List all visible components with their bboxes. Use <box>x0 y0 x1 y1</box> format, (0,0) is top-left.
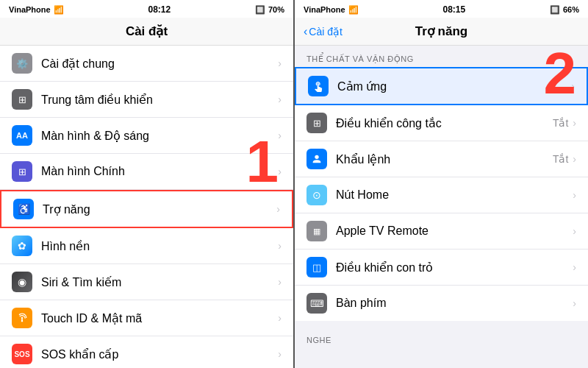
right-section-header-1: THỂ CHẤT VÀ VẬN ĐỘNG <box>295 46 588 67</box>
left-wifi-icon: 📶 <box>54 5 64 15</box>
left-label-trung-tam: Trung tâm điều khiển <box>41 93 278 107</box>
right-nav-title: Trợ năng <box>306 24 576 39</box>
left-battery-icon: 🔲 <box>255 5 265 15</box>
right-icon-nut-home: ⊙ <box>306 185 327 205</box>
right-chevron-dieu-khien-con-tro: › <box>573 261 576 273</box>
left-label-man-hinh-chinh: Màn hình Chính <box>41 165 278 178</box>
svg-point-0 <box>315 155 318 159</box>
right-phone-screen: VinaPhone 📶 08:15 🔲 66% ‹ Cài đặt Trợ nă… <box>295 0 588 368</box>
left-chevron-cai-dat-chung: › <box>278 57 282 69</box>
left-chevron-man-hinh-do-sang: › <box>278 130 282 141</box>
left-battery-pct: 70% <box>268 5 284 14</box>
left-chevron-sos: › <box>278 348 282 360</box>
right-item-dieu-khien-con-tro[interactable]: ◫ Điều khiển con trỏ › <box>295 250 588 286</box>
left-chevron-siri: › <box>278 276 282 288</box>
left-item-tro-nang[interactable]: ♿ Trợ năng › <box>0 190 293 228</box>
right-chevron-nut-home: › <box>573 189 576 201</box>
right-icon-khau-lenh <box>306 149 327 169</box>
right-chevron-ban-phim: › <box>573 297 576 309</box>
right-chevron-dieu-khien-cong-tac: › <box>573 117 576 129</box>
left-icon-trung-tam: ⊞ <box>12 89 32 110</box>
right-label-apple-tv: Apple TV Remote <box>336 224 573 238</box>
back-label: Cài đặt <box>309 26 343 38</box>
left-nav-bar: Cài đặt <box>0 18 293 46</box>
right-time: 08:15 <box>442 4 465 15</box>
left-chevron-tro-nang: › <box>276 203 280 215</box>
left-icon-tro-nang: ♿ <box>13 199 34 219</box>
right-item-nut-home[interactable]: ⊙ Nút Home › <box>295 177 588 213</box>
left-item-hinh-nen[interactable]: ✿ Hình nền › <box>0 228 293 264</box>
right-settings-section-1: Cảm ứng › ⊞ Điều khiển công tắc Tắt › Kh… <box>295 67 588 321</box>
left-nav-title: Cài đặt <box>12 24 282 39</box>
right-status-right: 🔲 66% <box>550 5 579 15</box>
right-label-dieu-khien-cong-tac: Điều khiển công tắc <box>336 116 553 130</box>
right-icon-ban-phim: ⌨ <box>306 293 327 314</box>
right-item-apple-tv[interactable]: ▦ Apple TV Remote › <box>295 213 588 250</box>
left-chevron-trung-tam: › <box>278 93 282 105</box>
right-icon-cam-ung <box>308 76 329 96</box>
left-icon-man-hinh-do-sang: AA <box>12 125 32 146</box>
left-icon-sos: SOS <box>12 344 32 364</box>
right-chevron-cam-ung: › <box>571 80 575 92</box>
right-status-left: VinaPhone 📶 <box>304 5 359 15</box>
right-status-bar: VinaPhone 📶 08:15 🔲 66% <box>295 0 588 18</box>
right-battery-icon: 🔲 <box>550 5 560 15</box>
right-value-khau-lenh: Tắt <box>553 153 568 165</box>
left-time: 08:12 <box>148 4 171 15</box>
right-nav-bar: ‹ Cài đặt Trợ năng <box>295 18 588 46</box>
left-settings-list[interactable]: ⚙️ Cài đặt chung › ⊞ Trung tâm điều khiể… <box>0 46 293 368</box>
left-item-touch-id[interactable]: Touch ID & Mật mã › <box>0 300 293 336</box>
left-item-cai-dat-chung[interactable]: ⚙️ Cài đặt chung › <box>0 46 293 82</box>
right-section-header-2: NGHE <box>295 327 588 347</box>
right-label-cam-ung: Cảm ứng <box>337 79 571 93</box>
right-settings-list[interactable]: THỂ CHẤT VÀ VẬN ĐỘNG Cảm ứng › ⊞ Điều kh… <box>295 46 588 368</box>
right-chevron-apple-tv: › <box>573 225 576 237</box>
right-item-cam-ung[interactable]: Cảm ứng › <box>295 67 588 105</box>
right-icon-apple-tv: ▦ <box>306 221 327 241</box>
left-settings-section: ⚙️ Cài đặt chung › ⊞ Trung tâm điều khiể… <box>0 46 293 368</box>
left-chevron-touch-id: › <box>278 312 282 324</box>
left-chevron-man-hinh-chinh: › <box>278 166 282 177</box>
right-wifi-icon: 📶 <box>348 5 359 15</box>
left-label-tro-nang: Trợ năng <box>43 202 276 216</box>
right-item-khau-lenh[interactable]: Khẩu lệnh Tắt › <box>295 141 588 177</box>
left-label-siri: Siri & Tìm kiếm <box>41 275 278 289</box>
left-label-touch-id: Touch ID & Mật mã <box>41 311 278 325</box>
right-label-dieu-khien-con-tro: Điều khiển con trỏ <box>336 261 573 275</box>
left-icon-man-hinh-chinh: ⊞ <box>12 161 32 182</box>
right-label-khau-lenh: Khẩu lệnh <box>336 152 553 166</box>
left-label-man-hinh-do-sang: Màn hình & Độ sáng <box>41 129 278 143</box>
right-icon-dieu-khien-con-tro: ◫ <box>306 257 327 277</box>
left-item-man-hinh-chinh[interactable]: ⊞ Màn hình Chính › <box>0 154 293 190</box>
right-label-ban-phim: Bàn phím <box>336 297 573 310</box>
right-carrier: VinaPhone <box>304 5 345 14</box>
left-label-hinh-nen: Hình nền <box>41 239 278 253</box>
right-chevron-khau-lenh: › <box>573 153 576 165</box>
left-phone-screen: VinaPhone 📶 08:12 🔲 70% Cài đặt ⚙️ Cài đ… <box>0 0 293 368</box>
right-item-ban-phim[interactable]: ⌨ Bàn phím › <box>295 286 588 321</box>
left-carrier: VinaPhone <box>9 5 51 14</box>
right-item-dieu-khien-cong-tac[interactable]: ⊞ Điều khiển công tắc Tắt › <box>295 105 588 141</box>
left-icon-siri: ◉ <box>12 272 32 292</box>
left-status-right: 🔲 70% <box>255 5 284 15</box>
left-icon-hinh-nen: ✿ <box>12 236 32 256</box>
left-item-siri[interactable]: ◉ Siri & Tìm kiếm › <box>0 264 293 300</box>
left-icon-cai-dat-chung: ⚙️ <box>12 53 32 74</box>
back-chevron-icon: ‹ <box>304 25 307 38</box>
left-status-bar: VinaPhone 📶 08:12 🔲 70% <box>0 0 293 18</box>
left-label-sos: SOS khẩn cấp <box>41 347 278 361</box>
right-label-nut-home: Nút Home <box>336 188 573 202</box>
left-icon-touch-id <box>12 308 32 328</box>
left-status-left: VinaPhone 📶 <box>9 5 64 15</box>
right-battery-pct: 66% <box>563 5 579 14</box>
right-icon-dieu-khien-cong-tac: ⊞ <box>306 113 327 133</box>
left-item-sos[interactable]: SOS SOS khẩn cấp › <box>0 336 293 368</box>
right-value-dieu-khien-cong-tac: Tắt <box>553 117 568 129</box>
left-chevron-hinh-nen: › <box>278 240 282 252</box>
left-item-man-hinh-do-sang[interactable]: AA Màn hình & Độ sáng › <box>0 118 293 154</box>
left-item-trung-tam[interactable]: ⊞ Trung tâm điều khiển › <box>0 82 293 118</box>
left-label-cai-dat-chung: Cài đặt chung <box>41 57 278 71</box>
right-nav-back[interactable]: ‹ Cài đặt <box>304 25 343 38</box>
